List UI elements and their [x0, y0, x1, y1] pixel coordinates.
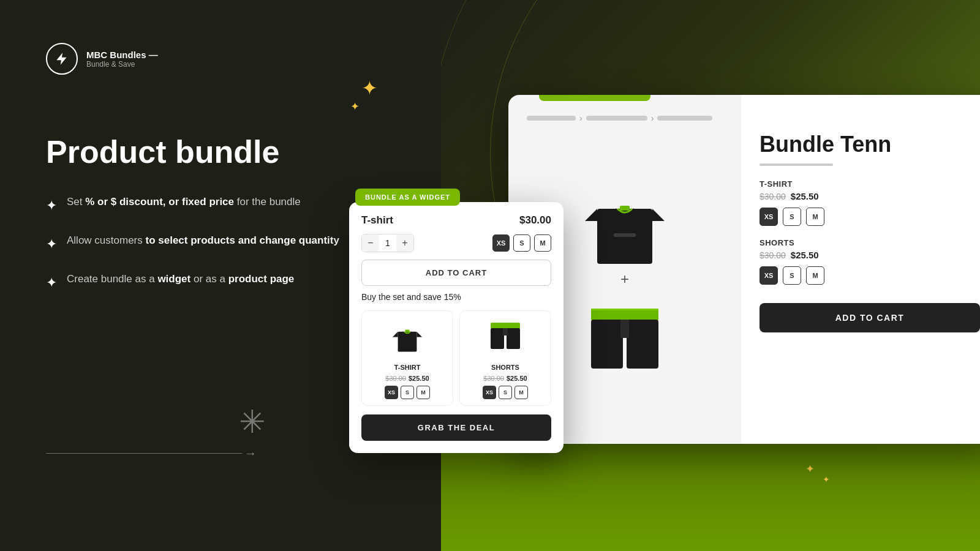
product-item-label-shorts: SHORTS [760, 238, 980, 247]
sparkle-decoration-1: ✦ [361, 78, 378, 98]
size-xs-tshirt[interactable]: XS [760, 208, 778, 226]
product-page-title: Bundle Tenn [760, 132, 980, 157]
feature-item-1: ✦ Set % or $ discount, or fixed price fo… [46, 194, 377, 216]
tshirt-price-old: $30.00 [760, 192, 786, 201]
shorts-price-new: $25.50 [791, 250, 819, 260]
widget-qty-row: − 1 + XS S M [361, 234, 551, 252]
tshirt-price-new: $25.50 [791, 191, 819, 201]
widget-product-price: $30.00 [519, 214, 551, 227]
arrow-line [46, 453, 168, 454]
sparkle-decoration-2: ✦ [350, 101, 360, 112]
widget-badge: BUNDLE AS A WIDGET [355, 189, 460, 206]
feature-text-1: Set % or $ discount, or fixed price for … [67, 194, 301, 210]
svg-rect-15 [491, 328, 504, 349]
bundle-tshirt-size-m[interactable]: M [417, 386, 430, 399]
bundle-shorts-image [487, 317, 524, 360]
product-item-tshirt: T-SHIRT $30.00 $25.50 XS S M [760, 179, 980, 226]
main-heading: Product bundle [46, 135, 377, 170]
widget-size-m[interactable]: M [534, 234, 551, 252]
widget-card: BUNDLE AS A WIDGET T-shirt $30.00 − 1 + … [349, 202, 564, 453]
svg-marker-2 [585, 209, 597, 221]
svg-rect-4 [614, 233, 636, 237]
bundle-tshirt-price-old: $30.00 [385, 375, 406, 382]
gold-sparkle-3: ✦ [805, 462, 815, 476]
product-item-shorts: SHORTS $30.00 $25.50 XS S M [760, 238, 980, 285]
widget-add-to-cart-button[interactable]: ADD TO CART [361, 260, 551, 286]
bundle-item-prices-shorts: $30.00 $25.50 [483, 375, 527, 382]
arrow-line-2 [168, 453, 242, 454]
product-item-prices-shorts: $30.00 $25.50 [760, 250, 980, 260]
product-sizes-tshirt: XS S M [760, 208, 980, 226]
svg-rect-16 [507, 328, 520, 349]
size-xs-shorts[interactable]: XS [760, 266, 778, 285]
qty-value: 1 [379, 238, 396, 248]
size-m-tshirt[interactable]: M [806, 208, 824, 226]
feature-item-3: ✦ Create bundle as a widget or as a prod… [46, 271, 377, 293]
svg-rect-8 [620, 320, 629, 338]
shorts-large-image [585, 302, 665, 388]
bundle-shorts-sizes: XS S M [483, 386, 528, 399]
size-m-shorts[interactable]: M [806, 266, 824, 285]
arrow-bar: → [46, 446, 257, 460]
asterisk-decoration: ✳ [239, 406, 266, 438]
logo-subtitle: Bundle & Save [86, 60, 158, 69]
product-info-area: Bundle Tenn T-SHIRT $30.00 $25.50 XS S M… [741, 95, 980, 444]
widget-size-xs[interactable]: XS [492, 234, 510, 252]
svg-rect-14 [491, 323, 520, 329]
bundle-tshirt-size-xs[interactable]: XS [385, 386, 398, 399]
bundle-shorts-price-old: $30.00 [483, 375, 504, 382]
bundle-shorts-size-xs[interactable]: XS [483, 386, 496, 399]
product-title-underline [760, 163, 833, 166]
left-content: Product bundle ✦ Set % or $ discount, or… [46, 135, 377, 293]
widget-size-options: XS S M [492, 234, 551, 252]
bundle-tshirt-size-s[interactable]: S [401, 386, 414, 399]
svg-rect-11 [405, 329, 410, 332]
logo-circle [46, 43, 78, 75]
plus-icon: + [620, 271, 629, 288]
bundle-shorts-size-s[interactable]: S [499, 386, 512, 399]
svg-marker-12 [393, 332, 398, 337]
sparkle-icon-3: ✦ [46, 272, 57, 293]
bundle-item-prices-tshirt: $30.00 $25.50 [385, 375, 429, 382]
svg-rect-9 [591, 309, 658, 310]
bundle-item-shorts: SHORTS $30.00 $25.50 XS S M [459, 310, 551, 406]
qty-control: − 1 + [361, 234, 414, 252]
logo-area: MBC Bundles — Bundle & Save [46, 43, 158, 75]
bundle-items-row: T-SHIRT $30.00 $25.50 XS S M SHORT [361, 310, 551, 406]
qty-increment-button[interactable]: + [396, 234, 413, 252]
bundle-shorts-size-m[interactable]: M [514, 386, 528, 399]
widget-size-s[interactable]: S [513, 234, 530, 252]
sparkle-icon-1: ✦ [46, 195, 57, 216]
svg-marker-3 [652, 209, 665, 221]
svg-rect-10 [398, 332, 417, 352]
size-s-tshirt[interactable]: S [783, 208, 801, 226]
svg-rect-6 [591, 320, 623, 369]
bundle-item-name-tshirt: T-SHIRT [394, 364, 421, 371]
widget-product-row: T-shirt $30.00 [361, 214, 551, 227]
product-add-to-cart-button[interactable]: ADD TO CART [760, 303, 980, 332]
feature-text-3: Create bundle as a widget or as a produc… [67, 271, 294, 287]
product-sizes-shorts: XS S M [760, 266, 980, 285]
svg-marker-13 [417, 332, 422, 337]
bundle-item-tshirt: T-SHIRT $30.00 $25.50 XS S M [361, 310, 453, 406]
gold-sparkle-4: ✦ [823, 474, 830, 484]
svg-rect-7 [627, 320, 658, 369]
logo-text: MBC Bundles — Bundle & Save [86, 50, 158, 69]
size-s-shorts[interactable]: S [783, 266, 801, 285]
qty-decrement-button[interactable]: − [362, 234, 379, 252]
product-item-prices-tshirt: $30.00 $25.50 [760, 191, 980, 201]
feature-item-2: ✦ Allow customers to select products and… [46, 233, 377, 254]
svg-rect-1 [620, 206, 630, 211]
sparkle-icon-2: ✦ [46, 234, 57, 254]
bundle-shorts-price-new: $25.50 [507, 375, 527, 382]
feature-text-2: Allow customers to select products and c… [67, 233, 339, 249]
shorts-price-old: $30.00 [760, 250, 786, 260]
logo-title: MBC Bundles — [86, 50, 158, 60]
bundle-tshirt-sizes: XS S M [385, 386, 430, 399]
logo-icon [54, 51, 70, 67]
tshirt-large-image [582, 175, 668, 273]
bundle-item-name-shorts: SHORTS [491, 364, 519, 371]
grab-deal-button[interactable]: GRAB THE DEAL [361, 414, 551, 441]
arrow-head-icon: → [244, 446, 257, 460]
svg-rect-17 [503, 328, 508, 335]
